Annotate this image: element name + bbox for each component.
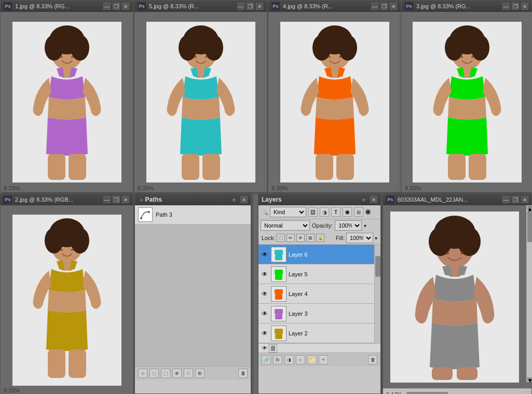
main-v-scrollbar[interactable]: ▲ ▼: [526, 205, 532, 382]
model-svg-img5: [146, 22, 255, 182]
minimize-btn-img4[interactable]: —: [371, 3, 378, 10]
paths-tool-dotted-circle[interactable]: ◌: [149, 369, 159, 378]
paths-tool-trash[interactable]: 🗑: [238, 369, 248, 378]
layers-trash-btn[interactable]: 🗑: [368, 355, 377, 364]
kind-smartobj-icon[interactable]: ⊞: [354, 207, 363, 217]
svg-point-14: [204, 35, 223, 61]
close-btn-img2[interactable]: ✕: [122, 196, 129, 203]
svg-rect-54: [275, 250, 283, 255]
svg-point-8: [61, 56, 63, 58]
minimize-btn-main[interactable]: —: [502, 196, 510, 203]
restore-btn-img2[interactable]: ❐: [113, 196, 120, 203]
layer-row-4[interactable]: 👁 Layer 4: [258, 284, 380, 304]
window-img4[interactable]: Ps 4.jpg @ 8.33% (R... — ❐ ✕: [268, 0, 401, 192]
layer-name-4: Layer 4: [289, 291, 378, 297]
layers-scrollbar[interactable]: [374, 245, 380, 343]
eye-icon-6[interactable]: 👁: [261, 250, 269, 259]
layers-adjustment-btn[interactable]: ○: [296, 355, 305, 364]
paths-tool-square[interactable]: □: [184, 369, 193, 378]
svg-rect-55: [275, 255, 282, 260]
kind-image-icon[interactable]: 🖼: [308, 207, 318, 217]
window-img3[interactable]: Ps 3.jpg @ 8.33% (RG... — ❐ ✕: [401, 0, 532, 192]
model-svg-main: [390, 212, 519, 383]
lock-all-btn[interactable]: 🔒: [316, 234, 324, 242]
eye-icon-2[interactable]: 👁: [261, 329, 269, 337]
layers-link-btn[interactable]: 🔗: [262, 355, 271, 364]
paths-tool-dotted-square[interactable]: ⬚: [161, 369, 170, 378]
close-btn-img4[interactable]: ✕: [390, 3, 397, 10]
svg-rect-63: [275, 309, 283, 314]
lock-fill-row: Lock: ⬚ ✏ ✛ ⊞ 🔒 Fill: 100% ▾: [258, 232, 380, 245]
main-h-scrollbar-thumb[interactable]: [406, 392, 448, 395]
restore-btn-main[interactable]: ❐: [512, 196, 519, 203]
restore-btn-img4[interactable]: ❐: [380, 3, 388, 10]
layers-fx-btn[interactable]: fx: [273, 355, 282, 364]
layer-row-partial[interactable]: 👁: [258, 343, 380, 353]
layers-scrollbar-thumb[interactable]: [375, 256, 380, 277]
layer-thumb-3: [271, 306, 287, 321]
layer-row-5[interactable]: 👁 Layer 5: [258, 264, 380, 284]
lock-pixels-btn[interactable]: ⬚: [277, 234, 285, 242]
close-btn-img1[interactable]: ✕: [122, 3, 129, 10]
canvas-img3: 8.33%: [402, 12, 532, 192]
window-img5[interactable]: Ps 5.jpg @ 8.33% (R... — ❐ ✕: [134, 0, 267, 192]
kind-shape-icon[interactable]: ⬟: [343, 207, 352, 217]
layers-group-btn[interactable]: 📁: [307, 355, 317, 364]
layer-row-6[interactable]: 👁 Layer 6: [258, 245, 380, 264]
paths-tool-circle[interactable]: ○: [138, 369, 147, 378]
model-svg-img4: [280, 22, 389, 182]
eye-icon-4[interactable]: 👁: [261, 290, 269, 298]
paths-tool-target[interactable]: ⊕: [172, 369, 182, 378]
main-h-scrollbar[interactable]: [405, 391, 525, 395]
layers-mask-btn[interactable]: ◑: [284, 355, 294, 364]
kind-type-icon[interactable]: T: [331, 207, 340, 217]
main-scrollbar-thumb[interactable]: [527, 211, 533, 242]
layers-close-btn[interactable]: ✕: [370, 196, 377, 203]
main-scrollbar-up[interactable]: ▲: [527, 206, 533, 210]
layers-menu-btn[interactable]: ≡: [360, 195, 368, 204]
window-img2[interactable]: Ps 2.jpg @ 8.33% (RGB... — ❐ ✕: [0, 193, 133, 394]
lock-artboard-btn[interactable]: ⊞: [306, 234, 315, 242]
restore-btn-img3[interactable]: ❐: [512, 3, 519, 10]
paths-collapse-btn[interactable]: «: [138, 197, 145, 203]
paths-close-btn[interactable]: ✕: [240, 196, 248, 203]
eye-icon-3[interactable]: 👁: [261, 309, 269, 318]
lock-move-btn[interactable]: ✛: [296, 234, 305, 242]
kind-adjustment-icon[interactable]: ◑: [320, 207, 329, 217]
canvas-img2: 8.33%: [1, 205, 133, 394]
restore-btn-img5[interactable]: ❐: [247, 3, 254, 10]
close-btn-img5[interactable]: ✕: [256, 3, 263, 10]
path-item-path3[interactable]: Path 3: [135, 205, 251, 224]
svg-rect-37: [469, 154, 486, 180]
close-btn-main[interactable]: ✕: [521, 196, 528, 203]
paths-panel-titlebar: « Paths ≡ ✕: [135, 194, 251, 205]
layers-new-btn[interactable]: +: [319, 355, 328, 364]
svg-rect-7: [69, 154, 86, 180]
svg-point-4: [71, 35, 89, 61]
zoom-img1: 8.33%: [4, 185, 20, 191]
fill-select[interactable]: 100%: [346, 233, 373, 243]
titlebar-main: Ps 603303AAL_MDL_22JAN... — ❐ ✕: [383, 194, 531, 205]
layer-row-2[interactable]: 👁 Layer 2: [258, 323, 380, 343]
layer-row-3[interactable]: 👁 Layer 3: [258, 304, 380, 323]
paths-bottom-toolbar: ○ ◌ ⬚ ⊕ □ ⊞ 🗑: [135, 366, 251, 380]
paths-menu-btn[interactable]: ≡: [230, 195, 238, 204]
minimize-btn-img1[interactable]: —: [103, 3, 111, 10]
window-img1[interactable]: Ps 1.jpg @ 8.33% (RG... — ❐ ✕: [0, 0, 133, 192]
layer-name-3: Layer 3: [289, 311, 378, 317]
window-main[interactable]: Ps 603303AAL_MDL_22JAN... — ❐ ✕ ▲ ▼: [383, 193, 532, 394]
minimize-btn-img2[interactable]: —: [103, 196, 111, 203]
minimize-btn-img3[interactable]: —: [502, 3, 510, 10]
restore-btn-img1[interactable]: ❐: [113, 3, 120, 10]
opacity-select[interactable]: 100%: [335, 220, 362, 231]
eye-icon-partial[interactable]: 👁: [261, 344, 269, 353]
minimize-btn-img5[interactable]: —: [237, 3, 244, 10]
lock-brush-btn[interactable]: ✏: [287, 234, 295, 242]
eye-icon-5[interactable]: 👁: [261, 270, 269, 278]
close-btn-img3[interactable]: ✕: [521, 3, 528, 10]
svg-rect-67: [275, 334, 282, 339]
blend-mode-select[interactable]: Normal: [261, 220, 310, 231]
kind-select[interactable]: Kind: [270, 207, 306, 217]
main-scrollbar-down[interactable]: ▼: [527, 377, 532, 382]
paths-tool-plus-square[interactable]: ⊞: [195, 369, 204, 378]
